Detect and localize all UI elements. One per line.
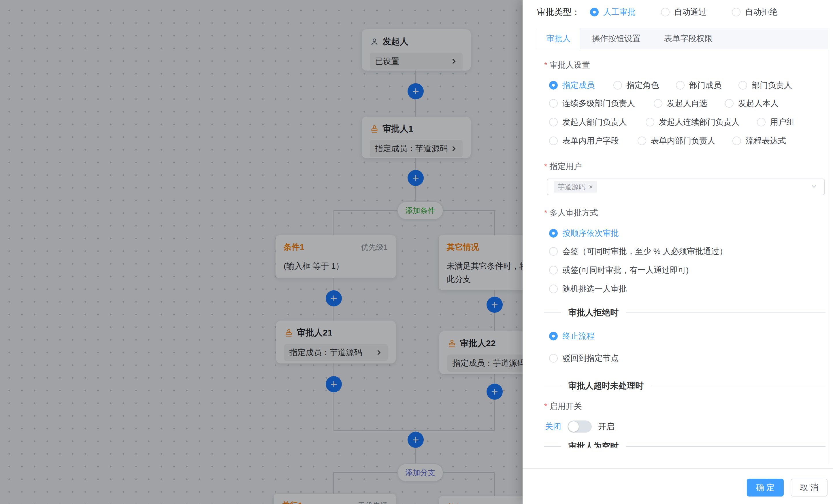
radio-terminate-process[interactable]: 终止流程: [549, 331, 595, 342]
radio-form-user-field[interactable]: 表单内用户字段: [549, 135, 619, 146]
tab-form-field-permission[interactable]: 表单字段权限: [652, 28, 724, 49]
timeout-section-divider: 审批人超时未处理时: [544, 381, 826, 391]
cancel-button[interactable]: 取 消: [791, 479, 828, 497]
tab-approver[interactable]: 审批人: [537, 28, 580, 49]
radio-dot: [549, 284, 558, 293]
radio-manual-approval[interactable]: 人工审批: [590, 7, 636, 18]
radio-sequential[interactable]: 按顺序依次审批: [549, 228, 619, 239]
radio-dot: [732, 136, 741, 145]
approval-type-label: 审批类型：: [537, 6, 580, 18]
radio-dot: [638, 136, 646, 145]
switch-on-label: 开启: [598, 421, 614, 432]
empty-approver-section-title: 审批人为空时: [561, 441, 626, 448]
radio-dot: [549, 266, 558, 275]
radio-dot: [654, 99, 662, 108]
assign-user-select[interactable]: 芋道源码 ×: [547, 179, 825, 195]
approval-type-row: 审批类型： 人工审批 自动通过 自动拒绝: [537, 6, 777, 19]
radio-dot: [549, 136, 558, 145]
panel-scrollbar[interactable]: [828, 49, 828, 464]
radio-initiator-choose[interactable]: 发起人自选: [654, 98, 707, 109]
radio-dot: [549, 229, 558, 237]
radio-dot: [549, 81, 558, 90]
chevron-down-icon: [810, 182, 818, 192]
timeout-section-title: 审批人超时未处理时: [561, 380, 651, 392]
radio-initiator-self[interactable]: 发起人本人: [725, 98, 779, 109]
radio-dot: [613, 81, 622, 90]
radio-dot: [661, 8, 670, 17]
modal-dim-overlay: [0, 0, 523, 504]
radio-form-dept-leader[interactable]: 表单内部门负责人: [638, 135, 715, 146]
radio-initiator-dept-leader[interactable]: 发起人部门负责人: [549, 117, 627, 128]
radio-auto-reject[interactable]: 自动拒绝: [732, 7, 777, 18]
switch-off-label: 关闭: [545, 421, 561, 432]
clipped-next-section: 审批人为空时: [544, 441, 826, 448]
radio-initiator-multi-dept-leader[interactable]: 发起人连续部门负责人: [646, 117, 740, 128]
radio-random-one[interactable]: 随机挑选一人审批: [549, 283, 627, 294]
radio-dot: [549, 354, 558, 362]
confirm-button[interactable]: 确 定: [747, 479, 784, 497]
remove-tag-icon[interactable]: ×: [589, 183, 593, 191]
footer-divider: [523, 468, 833, 469]
radio-dot: [676, 81, 685, 90]
radio-return-to-node[interactable]: 驳回到指定节点: [549, 353, 619, 364]
radio-dept-member[interactable]: 部门成员: [676, 80, 721, 91]
radio-process-expression[interactable]: 流程表达式: [732, 135, 786, 146]
radio-assigned-role[interactable]: 指定角色: [613, 80, 659, 91]
multi-mode-label: 多人审批方式: [544, 207, 598, 218]
radio-dot: [549, 99, 558, 108]
radio-dot: [590, 8, 599, 17]
radio-countersign[interactable]: 会签（可同时审批，至少 % 人必须审批通过）: [549, 246, 727, 257]
radio-dot: [725, 99, 734, 108]
reject-section-title: 审批人拒绝时: [561, 307, 626, 319]
radio-dot: [549, 118, 558, 126]
enable-switch-label: 启用开关: [544, 401, 582, 412]
radio-auto-pass[interactable]: 自动通过: [661, 7, 707, 18]
radio-dot: [738, 81, 747, 90]
panel-tabbar: 审批人 操作按钮设置 表单字段权限: [537, 28, 828, 49]
tab-action-buttons[interactable]: 操作按钮设置: [580, 28, 652, 49]
timeout-switch-row: 关闭 开启: [545, 421, 614, 433]
user-tag: 芋道源码 ×: [554, 181, 597, 193]
approver-setting-label: 审批人设置: [544, 59, 590, 71]
radio-dot: [549, 332, 558, 341]
radio-orsign[interactable]: 或签(可同时审批，有一人通过即可): [549, 265, 689, 276]
timeout-toggle[interactable]: [568, 421, 592, 433]
assign-user-label: 指定用户: [544, 161, 582, 172]
radio-assigned-member[interactable]: 指定成员: [549, 80, 595, 91]
radio-dept-leader[interactable]: 部门负责人: [738, 80, 792, 91]
radio-dot: [732, 8, 740, 17]
radio-user-group[interactable]: 用户组: [757, 117, 794, 128]
approval-config-panel: 审批类型： 人工审批 自动通过 自动拒绝 审批人 操作按钮设置 表单字段权限 审…: [523, 0, 833, 504]
workflow-canvas: 发起人 已设置 + 审批人1 指定成员：芋道源码 +: [0, 0, 523, 504]
radio-dot: [549, 247, 558, 256]
radio-dot: [646, 118, 654, 126]
radio-multi-level-dept-leader[interactable]: 连续多级部门负责人: [549, 98, 635, 109]
reject-section-divider: 审批人拒绝时: [544, 308, 826, 318]
radio-dot: [757, 118, 765, 126]
